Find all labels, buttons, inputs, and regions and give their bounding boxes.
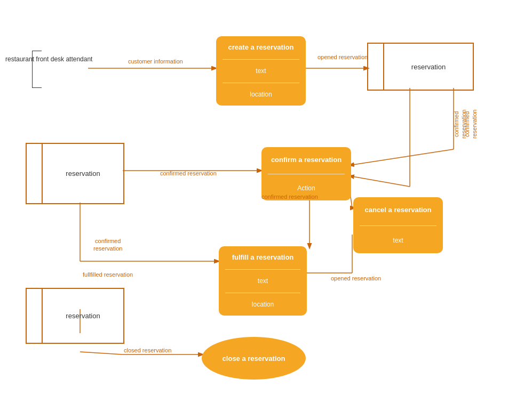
- entity-box-1-left: [368, 44, 384, 90]
- confirm-action-label: confirm a reservation: [264, 154, 349, 166]
- confirm-action-box: confirm a reservation Action: [261, 147, 351, 200]
- create-action-mid: text: [218, 65, 304, 77]
- fulfill-action-label: fulfill a reservation: [221, 251, 305, 264]
- confirmed-reservation-label-3: confirmed reservation: [160, 170, 217, 177]
- cancel-action-box: cancel a reservation text: [353, 197, 443, 253]
- confirmed-reservation-label-4: confirmed reservation: [261, 193, 318, 200]
- opened-reservation-label-1: opened reservation: [317, 53, 368, 61]
- entity-box-2: reservation: [26, 143, 124, 204]
- fulfill-action-bot: location: [221, 299, 305, 310]
- create-action-label: create a reservation: [218, 41, 304, 54]
- entity-box-1-label: reservation: [384, 44, 473, 90]
- entity-box-3: reservation: [26, 288, 124, 344]
- actor-label: restaurant front desk attendant: [5, 54, 92, 64]
- entity-box-1: reservation: [367, 43, 474, 91]
- entity-box-3-label: reservation: [43, 289, 123, 343]
- create-action-box: create a reservation text location: [216, 36, 306, 106]
- fulfill-action-mid: text: [221, 275, 305, 287]
- fulfill-action-box: fulfill a reservation text location: [219, 246, 307, 316]
- entity-box-2-label: reservation: [43, 144, 123, 203]
- cancel-action-mid: text: [355, 235, 441, 246]
- diagram: restaurant front desk attendant create a…: [0, 0, 532, 411]
- svg-line-5: [350, 176, 410, 187]
- confirmed-reservation-label-5: confirmedreservation: [93, 237, 122, 253]
- create-action-bot: location: [218, 88, 304, 100]
- entity-box-2-left: [27, 144, 43, 203]
- close-action-ellipse: close a reservation: [202, 337, 306, 380]
- svg-line-15: [80, 352, 123, 354]
- svg-line-3: [350, 149, 454, 165]
- closed-reservation-label: closed reservation: [124, 346, 171, 354]
- close-action-label: close a reservation: [223, 354, 285, 362]
- cancel-action-label: cancel a reservation: [355, 204, 441, 216]
- confirmed-reservation-label-2: confirmed reservation: [463, 100, 479, 148]
- fulfilled-reservation-label: fullfilled reservation: [83, 271, 133, 278]
- customer-info-label: customer information: [128, 58, 183, 65]
- opened-reservation-label-2: opened reservation: [331, 275, 381, 282]
- entity-box-3-left: [27, 289, 43, 343]
